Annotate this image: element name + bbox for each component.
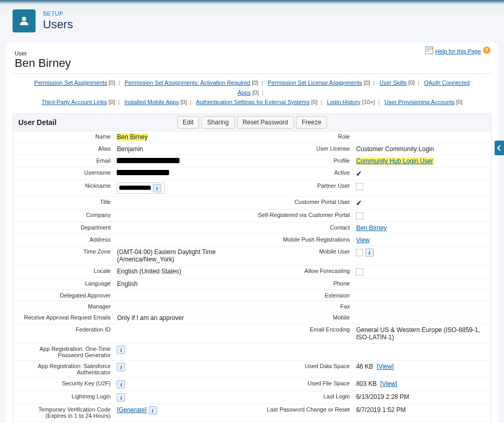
active-check-icon: ✓ <box>356 169 362 178</box>
label-used-data: Used Data Space <box>252 360 353 378</box>
value-email-encoding: General US & Western Europe (ISO-8859-1,… <box>353 324 491 343</box>
redacted-email <box>117 158 180 163</box>
label-receive-approval: Receive Approval Request Emails <box>13 312 114 324</box>
related-links: Permission Set Assignments [0]| Permissi… <box>13 77 491 110</box>
help-block: Help for this Page ? <box>425 46 490 56</box>
label-last-pw: Last Password Change or Reset <box>252 404 353 421</box>
help-icon[interactable]: ? <box>483 47 490 55</box>
value-contact[interactable]: Ben Birney <box>356 224 387 232</box>
value-user-license: Customer Community Login <box>353 143 491 155</box>
label-contact: Contact <box>252 222 353 234</box>
redacted-username <box>117 170 169 175</box>
reset-password-button[interactable]: Reset Password <box>237 116 294 129</box>
printable-view-icon[interactable] <box>425 46 433 56</box>
link-login-hist[interactable]: Login History <box>327 99 361 105</box>
setup-label: SETUP <box>43 10 73 17</box>
section-title: User Detail <box>13 118 57 127</box>
link-perm-set-act[interactable]: Permission Set Assignments: Activation R… <box>125 79 250 86</box>
label-email: Email <box>13 155 114 167</box>
label-self-reg: Self-Registered via Customer Portal <box>252 210 353 222</box>
freeze-button[interactable]: Freeze <box>296 116 327 129</box>
label-title: Title <box>13 197 114 210</box>
view-file-link[interactable]: [View] <box>380 380 397 387</box>
value-timezone: (GMT-04:00) Eastern Daylight Time (Ameri… <box>114 246 252 265</box>
link-perm-lic[interactable]: Permission Set License Assignments <box>267 79 362 86</box>
customer-portal-check-icon: ✓ <box>356 199 362 207</box>
help-link[interactable]: Help for this Page <box>435 48 481 54</box>
label-forecasting: Allow Forecasting <box>252 265 353 278</box>
value-last-pw: 6/7/2019 1:52 PM <box>353 404 491 421</box>
label-fax: Fax <box>252 301 353 312</box>
label-mobile-user: Mobile User <box>252 246 353 265</box>
label-mobile-push: Mobile Push Registrations <box>252 234 353 246</box>
label-app-reg-sf: App Registration: Salesforce Authenticat… <box>13 360 114 378</box>
sharing-button[interactable]: Sharing <box>201 116 234 129</box>
svg-rect-1 <box>425 47 433 54</box>
label-delegated: Delegated Approver <box>13 290 114 301</box>
users-icon <box>13 9 36 32</box>
generate-link[interactable]: [Generate] <box>117 406 147 414</box>
lightning-info-icon[interactable]: i <box>117 393 125 402</box>
mobile-push-view[interactable]: View <box>356 236 369 244</box>
label-language: Language <box>13 278 114 290</box>
nickname-info-icon[interactable]: i <box>153 184 161 192</box>
label-mobile: Mobile <box>252 312 353 324</box>
link-mobile-apps[interactable]: Installed Mobile Apps <box>125 99 179 105</box>
value-name: Ben Birney <box>117 133 148 141</box>
value-last-login: 6/13/2019 2:28 PM <box>353 391 491 404</box>
value-used-file: 803 KB <box>356 380 376 387</box>
label-manager: Manager <box>13 301 114 312</box>
value-used-data: 46 KB <box>356 363 373 370</box>
link-third-party[interactable]: Third-Party Account Links <box>41 99 107 105</box>
label-user-license: User License <box>252 143 353 155</box>
expand-side-tab[interactable] <box>495 141 504 155</box>
value-receive-approval: Only if I am an approver <box>114 312 252 324</box>
label-phone: Phone <box>252 278 353 290</box>
label-temp-verify: Temporary Verification Code (Expires in … <box>13 404 114 421</box>
label-profile: Profile <box>252 155 353 167</box>
value-locale: English (United States) <box>114 265 252 278</box>
svg-text:?: ? <box>485 48 488 53</box>
value-profile[interactable]: Community Hub Login User <box>356 157 433 165</box>
label-failed-login: Failed Login Attempts <box>252 421 353 423</box>
redacted-nickname <box>119 186 151 190</box>
svg-point-0 <box>22 17 26 21</box>
label-department: Department <box>13 222 114 234</box>
partner-user-checkbox <box>356 183 363 190</box>
edit-button[interactable]: Edit <box>177 116 199 129</box>
mobile-user-checkbox <box>356 249 363 256</box>
label-federation: Federation ID <box>13 324 114 343</box>
label-email-encoding: Email Encoding <box>252 324 353 343</box>
link-auth-ext[interactable]: Authentication Settings for External Sys… <box>196 99 309 105</box>
label-lightning: Lightning Login <box>13 391 114 404</box>
view-data-link[interactable]: [View] <box>377 363 394 370</box>
label-alias: Alias <box>13 143 114 155</box>
value-alias: Benjamin <box>114 143 252 155</box>
link-user-prov[interactable]: User Provisioning Accounts <box>385 99 455 105</box>
label-security-key: Security Key (U2F) <box>13 378 114 391</box>
temp-verify-info-icon[interactable]: i <box>149 406 157 415</box>
self-reg-checkbox <box>356 212 363 220</box>
label-name: Name <box>13 131 114 143</box>
forecasting-checkbox <box>356 268 363 276</box>
breadcrumb-entity: User <box>13 49 491 56</box>
sf-auth-info-icon[interactable]: i <box>117 363 125 371</box>
label-locale: Locale <box>13 265 114 278</box>
label-username: Username <box>13 167 114 180</box>
chevron-left-icon <box>497 145 502 151</box>
otp-info-icon[interactable]: i <box>117 346 125 354</box>
label-customer-portal: Customer Portal User <box>252 197 353 210</box>
label-address: Address <box>13 234 114 246</box>
label-timezone: Time Zone <box>13 246 114 265</box>
content-card: Help for this Page ? User Ben Birney Per… <box>6 43 498 423</box>
page-header: SETUP Users <box>0 0 504 40</box>
mobile-user-info-icon[interactable]: i <box>365 248 374 257</box>
link-user-skills[interactable]: User Skills <box>379 79 407 86</box>
user-detail-table: Name Ben Birney Role Alias Benjamin User… <box>13 131 491 423</box>
label-partner-user: Partner User <box>252 180 353 197</box>
section-bar: User Detail Edit Sharing Reset Password … <box>13 113 491 131</box>
link-perm-set[interactable]: Permission Set Assignments <box>34 79 107 86</box>
page-title: Ben Birney <box>13 56 491 74</box>
u2f-info-icon[interactable]: i <box>117 380 125 388</box>
nickname-box: i <box>117 182 164 194</box>
